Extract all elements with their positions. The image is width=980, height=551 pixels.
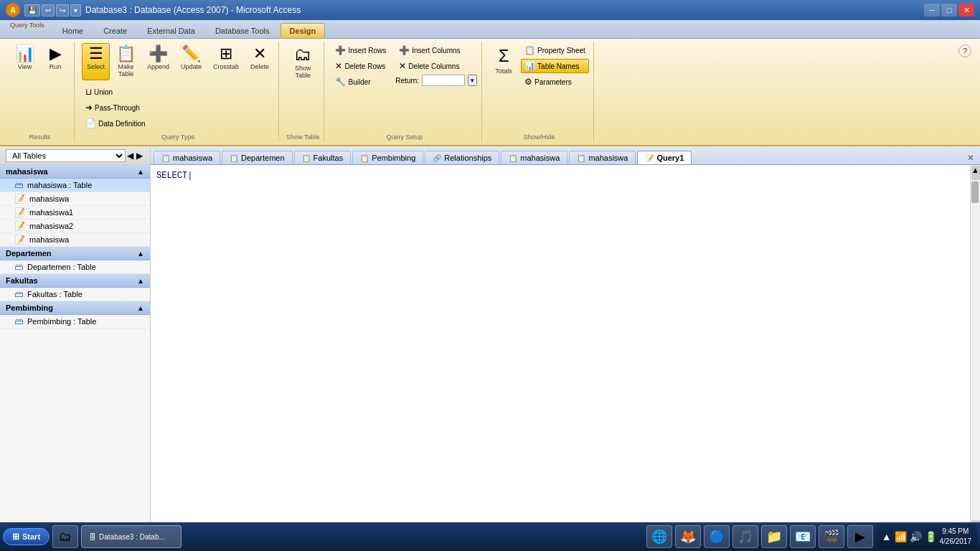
insert-columns-label: Insert Columns — [412, 47, 460, 55]
delete-rows-button[interactable]: ✕ Delete Rows — [331, 59, 390, 73]
pass-through-button[interactable]: ➜ Pass-Through — [82, 100, 143, 115]
qat-undo[interactable]: ↩ — [42, 4, 55, 17]
help-button[interactable]: ? — [958, 44, 971, 57]
tab-home[interactable]: Home — [53, 23, 93, 38]
taskbar-ie[interactable]: 🌐 — [646, 525, 672, 548]
close-button[interactable]: ✕ — [958, 4, 974, 17]
taskbar-media[interactable]: ▶ — [847, 525, 873, 548]
minimize-button[interactable]: ─ — [924, 4, 940, 17]
qat-redo[interactable]: ↪ — [56, 4, 69, 17]
return-input[interactable] — [422, 75, 465, 86]
delete-query-button[interactable]: ✕ Delete — [245, 43, 274, 80]
select-button[interactable]: ☰ Select — [82, 43, 110, 80]
list-item[interactable]: 📝 mahasiswa2 — [0, 220, 150, 233]
union-button[interactable]: ⊔ Union — [82, 85, 116, 99]
property-sheet-label: Property Sheet — [537, 47, 585, 55]
delete-rows-icon: ✕ — [335, 61, 342, 71]
run-button[interactable]: ▶ Run — [41, 43, 70, 73]
append-button[interactable]: ➕ Append — [142, 43, 174, 80]
delete-columns-icon: ✕ — [399, 61, 406, 71]
section-mahasiswa[interactable]: mahasiswa ▲ — [0, 165, 150, 179]
tab-fakultas[interactable]: 📋 Fakultas — [294, 151, 352, 164]
tab-pembimbing[interactable]: 📋 Pembimbing — [352, 151, 423, 164]
section-pembimbing-label: Pembimbing — [6, 303, 53, 312]
ribbon-group-show-hide: Σ Totals 📋 Property Sheet 📊 Table Names … — [485, 42, 594, 142]
maximize-button[interactable]: □ — [941, 4, 957, 17]
taskbar-mail[interactable]: 📧 — [790, 525, 816, 548]
taskbar-firefox[interactable]: 🦊 — [675, 525, 701, 548]
view-button[interactable]: 📊 View — [10, 43, 39, 73]
scroll-up-button[interactable]: ▲ — [971, 166, 980, 180]
list-item[interactable]: 📝 mahasiswa — [0, 192, 150, 206]
tray-network[interactable]: 📶 — [895, 531, 907, 542]
table-names-button[interactable]: 📊 Table Names — [521, 59, 589, 73]
query-item-icon: 📝 — [14, 194, 25, 204]
qat-save[interactable]: 💾 — [24, 4, 40, 17]
tab-design[interactable]: Design — [281, 23, 326, 38]
section-departemen[interactable]: Departemen ▲ — [0, 247, 150, 260]
query-editor[interactable]: SELECT — [151, 165, 970, 535]
property-sheet-button[interactable]: 📋 Property Sheet — [521, 43, 589, 57]
return-dropdown[interactable]: ▾ — [468, 75, 477, 86]
close-all-tabs-button[interactable]: ✕ — [964, 151, 977, 164]
list-item[interactable]: 🗃 Pembimbing : Table — [0, 315, 150, 329]
data-definition-button[interactable]: 📄 Data Definition — [82, 116, 149, 131]
qat-dropdown[interactable]: ▾ — [70, 4, 81, 17]
list-item[interactable]: 📝 mahasiswa — [0, 233, 150, 247]
delete-columns-button[interactable]: ✕ Delete Columns — [395, 59, 477, 73]
fakultas-items: 🗃 Fakultas : Table — [0, 288, 150, 301]
tab-create[interactable]: Create — [94, 23, 136, 38]
data-definition-label: Data Definition — [98, 120, 146, 128]
vertical-scrollbar[interactable]: ▲ ▼ — [970, 165, 980, 535]
crosstab-button[interactable]: ⊞ Crosstab — [208, 43, 244, 80]
tray-volume[interactable]: 🔊 — [910, 531, 922, 542]
taskbar-show-desktop[interactable]: 🗂 — [52, 525, 78, 548]
taskbar-chrome[interactable]: 🔵 — [704, 525, 730, 548]
make-table-button[interactable]: 📋 MakeTable — [111, 43, 141, 80]
tab-mahasiswa-2[interactable]: 📋 mahasiswa — [501, 151, 567, 164]
crosstab-icon: ⊞ — [220, 46, 232, 62]
list-item[interactable]: 🗃 Fakultas : Table — [0, 288, 150, 301]
section-pembimbing[interactable]: Pembimbing ▲ — [0, 301, 150, 315]
list-item[interactable]: 🗃 Departemen : Table — [0, 260, 150, 274]
tab-query1[interactable]: 📝 Query1 — [637, 151, 692, 164]
update-button[interactable]: ✏️ Update — [176, 43, 207, 80]
parameters-button[interactable]: ⚙ Parameters — [521, 75, 589, 89]
tray-arrow[interactable]: ▲ — [882, 531, 892, 542]
start-button[interactable]: ⊞ Start — [3, 528, 50, 545]
query-setup-content: ➕ Insert Rows ✕ Delete Rows 🔧 Builder ➕ — [331, 43, 477, 131]
view-label: View — [18, 63, 32, 70]
builder-button[interactable]: 🔧 Builder — [331, 75, 390, 89]
show-table-button[interactable]: 🗂 ShowTable — [288, 43, 317, 82]
taskbar-access-app[interactable]: 🗄 Database3 : Datab... — [81, 525, 182, 548]
access-icon: 🗄 — [89, 533, 96, 541]
tab-icon: 🔗 — [433, 154, 441, 162]
all-tables-dropdown[interactable]: All Tables — [6, 149, 126, 162]
tab-mahasiswa-3[interactable]: 📋 mahasiswa — [569, 151, 636, 164]
taskbar-vlc[interactable]: 🎵 — [732, 525, 758, 548]
system-tray: ▲ 📶 🔊 🔋 9:45 PM 4/26/2017 — [876, 524, 977, 550]
scroll-thumb[interactable] — [971, 182, 979, 203]
query-item-icon: 📝 — [14, 221, 25, 231]
tab-relationships[interactable]: 🔗 Relationships — [425, 151, 499, 164]
list-item[interactable]: 📝 mahasiswa1 — [0, 206, 150, 220]
table-item-icon: 🗃 — [14, 316, 23, 326]
section-fakultas[interactable]: Fakultas ▲ — [0, 274, 150, 288]
tab-departemen[interactable]: 📋 Departemen — [222, 151, 293, 164]
tab-external-data[interactable]: External Data — [138, 23, 204, 38]
taskbar-video[interactable]: 🎬 — [819, 525, 844, 548]
totals-button[interactable]: Σ Totals — [489, 43, 518, 77]
tab-database-tools[interactable]: Database Tools — [206, 23, 279, 38]
taskbar-explorer[interactable]: 📁 — [761, 525, 787, 548]
panel-nav-left[interactable]: ◀ — [126, 149, 135, 162]
system-clock[interactable]: 9:45 PM 4/26/2017 — [940, 527, 972, 547]
insert-rows-button[interactable]: ➕ Insert Rows — [331, 43, 390, 57]
insert-columns-button[interactable]: ➕ Insert Columns — [395, 43, 477, 57]
title-bar-left: A 💾 ↩ ↪ ▾ Database3 : Database (Access 2… — [6, 3, 301, 17]
insert-column: ➕ Insert Rows ✕ Delete Rows 🔧 Builder — [331, 43, 390, 89]
panel-nav-right[interactable]: ▶ — [135, 149, 144, 162]
tab-mahasiswa-1[interactable]: 📋 mahasiswa — [154, 151, 220, 164]
title-bar: A 💾 ↩ ↪ ▾ Database3 : Database (Access 2… — [0, 0, 980, 20]
tab-label: Pembimbing — [372, 154, 415, 162]
list-item[interactable]: 🗃 mahasiswa : Table — [0, 179, 150, 192]
